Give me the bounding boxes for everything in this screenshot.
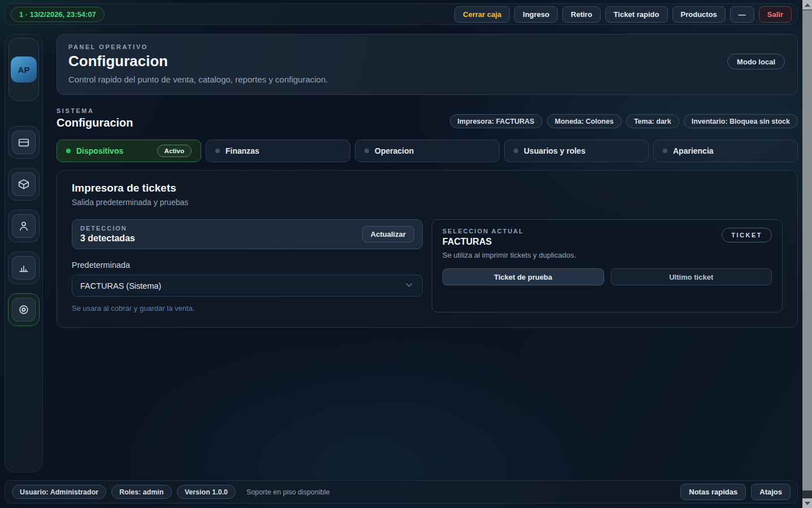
scrollbar-thumb[interactable] [802, 10, 812, 490]
section-heading: SISTEMA Configuracion [57, 107, 133, 129]
default-printer-label: Predeterminada [72, 260, 423, 270]
card-icon [12, 131, 36, 154]
default-printer-select[interactable]: FACTURAS (Sistema) [72, 275, 423, 297]
top-bar: 1 · 13/2/2026, 23:54:07 Cerrar caja Ingr… [5, 3, 798, 25]
detection-kicker: DETECCION [80, 225, 135, 232]
ultimo-ticket-button[interactable]: Ultimo ticket [611, 268, 772, 285]
selection-kicker: SELECCION ACTUAL [442, 228, 524, 235]
tab-label: Apariencia [673, 146, 714, 155]
section-kicker: SISTEMA [57, 107, 133, 114]
empty-space [57, 328, 798, 474]
atajos-button[interactable]: Atajos [751, 484, 791, 500]
sidebar-nav [8, 126, 40, 326]
cerrar-caja-button[interactable]: Cerrar caja [454, 6, 510, 23]
target-icon [12, 298, 36, 322]
page-subtitle: Control rapido del punto de venta, catal… [68, 75, 328, 84]
tab-label: Finanzas [225, 146, 259, 155]
hero-panel: PANEL OPERATIVO Configuracion Control ra… [57, 34, 798, 95]
version-chip: Version 1.0.0 [177, 485, 236, 499]
session-badge: 1 · 13/2/2026, 23:54:07 [11, 7, 105, 22]
tab-label: Operacion [375, 146, 414, 155]
avatar-card: AP [8, 38, 39, 101]
tab-dispositivos[interactable]: Dispositivos Activo [57, 140, 201, 162]
actualizar-button[interactable]: Actualizar [362, 226, 414, 242]
tab-usuarios-y-roles[interactable]: Usuarios y roles [504, 140, 649, 162]
productos-button[interactable]: Productos [672, 6, 726, 23]
status-chip-row: Impresora: FACTURAS Moneda: Colones Tema… [450, 114, 798, 129]
support-note: Soporte en piso disponible [246, 488, 329, 496]
chevron-down-icon [404, 280, 414, 292]
card-subtitle: Salida predeterminada y pruebas [72, 198, 783, 207]
active-dot [66, 149, 71, 153]
card-title: Impresora de tickets [72, 182, 783, 194]
sidebar-item-configuracion[interactable] [8, 293, 40, 326]
footer-right: Notas rapidas Atajos [680, 484, 791, 500]
currency-chip: Moneda: Colones [547, 114, 622, 128]
sidebar-item-reportes[interactable] [8, 251, 40, 284]
tab-label: Usuarios y roles [524, 146, 585, 155]
scrollbar-track[interactable] [802, 10, 812, 498]
printer-right-column: SELECCION ACTUAL FACTURAS TICKET Se util… [432, 219, 783, 312]
notas-rapidas-button[interactable]: Notas rapidas [680, 484, 746, 500]
sidebar-item-caja[interactable] [8, 126, 40, 159]
salir-button[interactable]: Salir [759, 6, 792, 23]
user-icon [12, 214, 36, 238]
selection-head: SELECCION ACTUAL FACTURAS TICKET [442, 228, 772, 247]
hero-text: PANEL OPERATIVO Configuracion Control ra… [68, 44, 328, 84]
detection-text: DETECCION 3 detectadas [80, 225, 135, 244]
printer-left-column: DETECCION 3 detectadas Actualizar Predet… [72, 219, 423, 312]
scroll-down-arrow[interactable] [802, 498, 812, 508]
current-selection-box: SELECCION ACTUAL FACTURAS TICKET Se util… [432, 219, 783, 312]
activo-badge: Activo [157, 145, 192, 157]
selection-description: Se utiliza al imprimir tickets y duplica… [442, 251, 772, 259]
user-chip: Usuario: Administrador [12, 485, 106, 499]
ticket-rapido-button[interactable]: Ticket rapido [605, 6, 668, 23]
ticket-badge: TICKET [722, 228, 772, 242]
sidebar-item-clientes[interactable] [8, 210, 40, 242]
body-row: AP [5, 34, 798, 474]
topbar-actions: Cerrar caja Ingreso Retiro Ticket rapido… [454, 6, 792, 23]
bar-chart-icon [12, 256, 36, 280]
printer-chip: Impresora: FACTURAS [450, 114, 542, 128]
selection-text: SELECCION ACTUAL FACTURAS [442, 228, 524, 247]
sidebar: AP [5, 34, 43, 472]
printer-settings-card: Impresora de tickets Salida predetermina… [57, 170, 798, 328]
tab-finanzas[interactable]: Finanzas [206, 140, 350, 162]
tab-label: Dispositivos [76, 146, 123, 155]
main-content: PANEL OPERATIVO Configuracion Control ra… [57, 34, 798, 474]
section-title: Configuracion [57, 116, 133, 129]
tab-dot [215, 149, 220, 153]
overflow-button[interactable]: — [730, 6, 754, 23]
selection-actions: Ticket de prueba Ultimo ticket [442, 268, 772, 285]
package-icon [12, 172, 36, 196]
tab-operacion[interactable]: Operacion [355, 140, 500, 162]
card-columns: DETECCION 3 detectadas Actualizar Predet… [72, 219, 783, 312]
tab-dot [364, 149, 369, 153]
page-title: Configuracion [68, 53, 328, 70]
mode-local-badge: Modo local [727, 54, 785, 70]
tab-apariencia[interactable]: Apariencia [653, 140, 798, 162]
retiro-button[interactable]: Retiro [562, 6, 601, 23]
settings-tabs: Dispositivos Activo Finanzas Operacion U… [57, 140, 798, 162]
footer-bar: Usuario: Administrador Roles: admin Vers… [5, 480, 798, 503]
app-window: 1 · 13/2/2026, 23:54:07 Cerrar caja Ingr… [0, 0, 802, 508]
selected-printer-value: FACTURAS (Sistema) [80, 281, 161, 290]
vertical-scrollbar[interactable] [802, 0, 812, 508]
detection-box: DETECCION 3 detectadas Actualizar [72, 219, 423, 249]
footer-left: Usuario: Administrador Roles: admin Vers… [12, 485, 329, 499]
tab-dot [663, 149, 667, 153]
sidebar-item-productos[interactable] [8, 168, 40, 201]
detection-count: 3 detectadas [80, 233, 135, 244]
default-printer-help: Se usara al cobrar y guardar la venta. [72, 304, 423, 312]
selection-value: FACTURAS [442, 237, 524, 247]
scroll-up-arrow[interactable] [802, 0, 812, 10]
hero-kicker: PANEL OPERATIVO [68, 44, 328, 50]
ingreso-button[interactable]: Ingreso [514, 6, 558, 23]
tab-dot [514, 149, 518, 153]
roles-chip: Roles: admin [111, 485, 172, 499]
avatar[interactable]: AP [11, 57, 37, 83]
inventory-chip: Inventario: Bloquea sin stock [684, 114, 798, 128]
section-header-row: SISTEMA Configuracion Impresora: FACTURA… [57, 107, 798, 129]
theme-chip: Tema: dark [626, 114, 679, 128]
ticket-de-prueba-button[interactable]: Ticket de prueba [442, 268, 604, 285]
